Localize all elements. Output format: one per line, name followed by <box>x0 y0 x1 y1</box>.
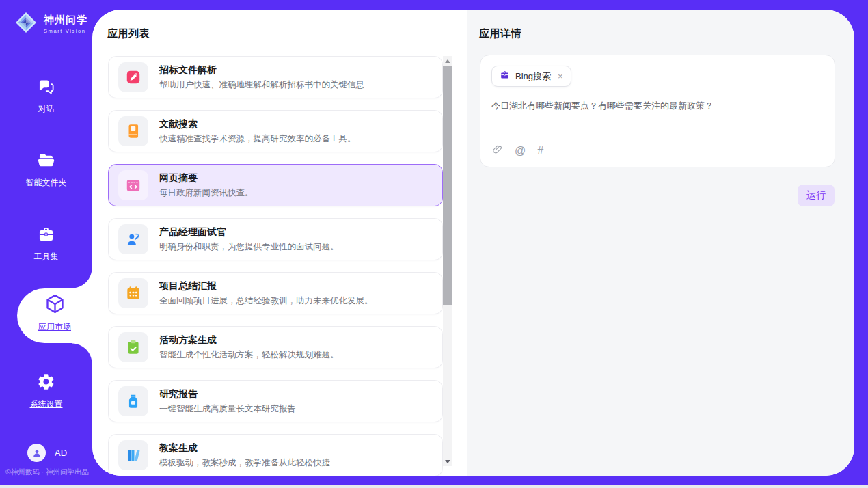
active-tab-curve-bottom <box>72 343 92 364</box>
app-list-scrollbar[interactable] <box>443 56 452 466</box>
prompt-composer[interactable]: Bing搜索 × 今日湖北有哪些新闻要点？有哪些需要关注的最新政策？ @ # <box>480 55 835 167</box>
app-list-panel: 应用列表 招标文件解析 帮助用户快速、准确地理解和解析招标书中的关键信息 <box>92 10 467 476</box>
hash-icon[interactable]: # <box>537 146 543 157</box>
toolbox-icon <box>37 225 55 246</box>
app-item-description: 模板驱动，教案秒成，教学准备从此轻松快捷 <box>159 457 330 469</box>
chat-icon <box>37 77 55 98</box>
cube-icon <box>44 293 66 318</box>
app-item-title: 教案生成 <box>159 442 330 455</box>
folder-icon <box>37 151 55 172</box>
app-item-title: 招标文件解析 <box>159 64 364 77</box>
app-item-title: 活动方案生成 <box>159 334 339 347</box>
composer-actions: @ # <box>492 144 543 158</box>
scrollbar-thumb[interactable] <box>443 66 452 305</box>
prompt-text[interactable]: 今日湖北有哪些新闻要点？有哪些需要关注的最新政策？ <box>491 99 824 113</box>
ink-bottle-icon <box>118 386 148 416</box>
app-item-description: 明确身份和职责，为您提供专业性的面试问题。 <box>159 241 339 253</box>
sidebar-item-label: 工具集 <box>34 251 59 262</box>
brand-logo: 神州问学 Smart Vision <box>14 10 87 38</box>
app-item-title: 研究报告 <box>159 388 296 401</box>
app-item-description: 一键智能生成高质量长文本研究报告 <box>159 403 296 415</box>
avatar <box>27 444 46 462</box>
interviewer-icon <box>118 224 148 254</box>
sidebar-item-settings[interactable]: 系统设置 <box>0 372 92 410</box>
brand-name: 神州问学 <box>44 14 87 27</box>
app-item-description: 全面回顾项目进展，总结经验教训，助力未来优化发展。 <box>159 295 373 307</box>
books-icon <box>118 440 148 470</box>
book-icon <box>118 116 148 146</box>
web-code-icon <box>118 170 148 200</box>
active-tab-curve-top <box>72 268 92 288</box>
app-item-research-report[interactable]: 研究报告 一键智能生成高质量长文本研究报告 <box>108 380 443 422</box>
at-icon[interactable]: @ <box>515 146 526 157</box>
app-item-title: 产品经理面试官 <box>159 226 339 239</box>
briefcase-icon <box>500 70 510 83</box>
app-window: 应用列表 招标文件解析 帮助用户快速、准确地理解和解析招标书中的关键信息 <box>0 0 868 488</box>
app-item-title: 项目总结汇报 <box>159 280 373 293</box>
app-item-event-plan[interactable]: 活动方案生成 智能生成个性化活动方案，轻松解决规划难题。 <box>108 326 443 368</box>
app-detail-panel: 应用详情 Bing搜索 × 今日湖北有哪些新闻要点？有哪些需要关注的最新政策？ … <box>467 10 854 476</box>
main-content: 应用列表 招标文件解析 帮助用户快速、准确地理解和解析招标书中的关键信息 <box>92 10 854 476</box>
app-item-description: 每日政府新闻资讯快查。 <box>159 187 254 199</box>
sidebar-item-label: 应用市场 <box>38 321 71 333</box>
paperclip-icon[interactable] <box>492 144 503 158</box>
scroll-down-button[interactable] <box>443 457 452 466</box>
app-item-description: 智能生成个性化活动方案，轻松解决规划难题。 <box>159 349 339 361</box>
sidebar-item-app-market[interactable]: 应用市场 <box>17 293 92 333</box>
sidebar-item-label: 智能文件夹 <box>26 177 67 189</box>
app-list-title: 应用列表 <box>107 27 150 40</box>
copyright-text: ©神州数码 · 神州问学出品 <box>5 467 92 477</box>
close-icon[interactable]: × <box>558 71 563 81</box>
sidebar-item-smart-folders[interactable]: 智能文件夹 <box>0 151 92 189</box>
app-item-pm-interviewer[interactable]: 产品经理面试官 明确身份和职责，为您提供专业性的面试问题。 <box>108 218 443 260</box>
gear-icon <box>37 372 55 394</box>
app-detail-title: 应用详情 <box>479 27 521 40</box>
app-item-literature-search[interactable]: 文献搜索 快速精准查找学术资源，提高研究效率的必备工具。 <box>108 110 443 152</box>
app-item-project-summary[interactable]: 项目总结汇报 全面回顾项目进展，总结经验教训，助力未来优化发展。 <box>108 272 443 314</box>
run-button[interactable]: 运行 <box>798 185 835 206</box>
sidebar-item-chat[interactable]: 对话 <box>0 77 92 115</box>
user-name: AD <box>55 448 67 458</box>
sidebar-item-label: 系统设置 <box>30 398 63 410</box>
scroll-up-button[interactable] <box>443 56 452 66</box>
diamond-logo-icon <box>14 10 38 38</box>
app-item-title: 网页摘要 <box>159 172 254 185</box>
clipboard-check-icon <box>118 332 148 362</box>
app-item-description: 快速精准查找学术资源，提高研究效率的必备工具。 <box>159 133 356 145</box>
app-item-lesson-plan[interactable]: 教案生成 模板驱动，教案秒成，教学准备从此轻松快捷 <box>108 434 443 476</box>
app-item-title: 文献搜索 <box>159 118 356 131</box>
sidebar-item-label: 对话 <box>38 103 55 115</box>
app-item-bid-parsing[interactable]: 招标文件解析 帮助用户快速、准确地理解和解析招标书中的关键信息 <box>108 56 443 98</box>
doc-edit-icon <box>118 62 148 92</box>
sidebar-item-toolset[interactable]: 工具集 <box>0 225 92 262</box>
app-item-web-summary[interactable]: 网页摘要 每日政府新闻资讯快查。 <box>108 164 443 206</box>
sidebar: 神州问学 Smart Vision 对话 智能文件夹 工具集 <box>0 0 92 485</box>
app-list: 招标文件解析 帮助用户快速、准确地理解和解析招标书中的关键信息 文献搜索 快速精… <box>108 56 443 476</box>
user-account[interactable]: AD <box>27 444 67 462</box>
app-item-description: 帮助用户快速、准确地理解和解析招标书中的关键信息 <box>159 79 364 91</box>
brand-tagline: Smart Vision <box>44 28 87 34</box>
calendar-icon <box>118 278 148 308</box>
tool-tag-label: Bing搜索 <box>515 70 551 83</box>
tool-tag-bing-search[interactable]: Bing搜索 × <box>491 66 571 87</box>
